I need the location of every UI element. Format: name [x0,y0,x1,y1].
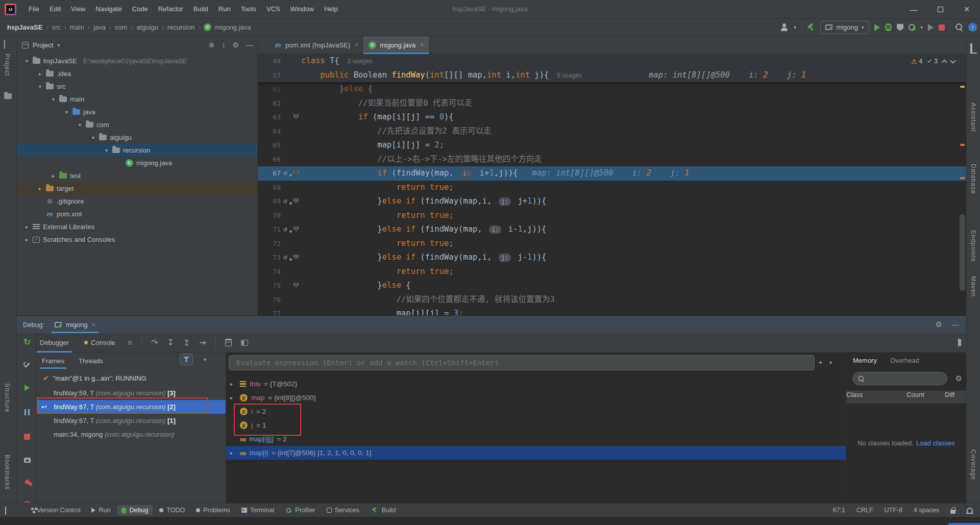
step-over-icon[interactable]: ↷ [151,338,158,347]
tree-chevron-icon[interactable]: ▾ [104,147,109,153]
tree-item-recursion[interactable]: ▾recursion [17,144,257,157]
variable-row-this[interactable]: ▸this = {T@502} [226,377,846,391]
stripe-warning-mark[interactable] [960,144,965,146]
tree-chevron-icon[interactable]: ▸ [37,71,43,77]
prev-issue-icon[interactable] [941,59,947,65]
code-line-71[interactable]: 71↺ }else if (findWay(map, i: i-1,j)){ [258,222,966,237]
tab-frames[interactable]: Frames [42,353,64,370]
run-to-cursor-icon[interactable]: ⇥ [199,338,206,347]
tree-item-atguigu[interactable]: ▾atguigu [17,131,257,144]
code-line-72[interactable]: 72 return true; [258,237,966,251]
status-item-todo[interactable]: TODO [155,505,189,515]
add-watch-icon[interactable]: + [818,358,823,366]
tree-chevron-icon[interactable]: ▸ [230,450,236,456]
tree-item--gitignore[interactable]: ⚙.gitignore [17,195,257,208]
code-line-73[interactable]: 73↺ }else if (findWay(map,i, j: j-1)){ [258,251,966,265]
menu-navigate[interactable]: Navigate [90,0,127,18]
chevron-down-icon[interactable]: ▾ [794,24,796,30]
memory-column-class[interactable]: Class [846,391,906,403]
breadcrumb-item[interactable]: recursion [167,23,194,31]
menu-build[interactable]: Build [188,0,213,18]
code-line-76[interactable]: 76 //如果四个位置都走不通, 就将该位置置为3 [258,293,966,307]
tool-tab-maven[interactable]: Maven [970,276,977,297]
menu-refactor[interactable]: Refactor [153,0,188,18]
resume-button[interactable] [22,383,32,392]
stripe-warning-mark[interactable] [960,177,965,179]
chevron-down-icon[interactable]: ▾ [829,360,832,365]
stop-button[interactable] [22,432,32,441]
code-line-70[interactable]: 70 return true; [258,209,966,223]
status-item-version-control[interactable]: Version Control [27,505,85,515]
notifications-bell-icon[interactable] [970,44,978,53]
breadcrumb-item[interactable]: com [115,23,128,31]
status-value[interactable]: CRLF [856,507,873,514]
tree-item-target[interactable]: ▸target [17,182,257,195]
code-line-67[interactable]: 67↺ if (findWay(map, i: i+1,j)){ map: in… [258,166,966,181]
tab-debugger[interactable]: Debugger [37,333,72,353]
menu-window[interactable]: Window [285,0,319,18]
pause-button[interactable] [22,408,32,417]
status-item-debug[interactable]: Debug [117,505,153,515]
menu-code[interactable]: Code [127,0,153,18]
menu-tools[interactable]: Tools [236,0,261,18]
lock-icon[interactable] [950,510,955,514]
tool-tab-endpoints[interactable]: Endpoints [970,230,977,262]
code-line-74[interactable]: 74 return true; [258,265,966,279]
line-number[interactable]: 61 [258,82,281,96]
thread-selector[interactable]: ✔ "main"@1 in g...ain": RUNNING [37,371,226,385]
breadcrumb-item[interactable]: atguigu [136,23,158,31]
menu-help[interactable]: Help [319,0,343,18]
status-item-run[interactable]: Run [87,505,115,515]
layout-list-icon[interactable]: ≡ [128,338,132,347]
close-icon[interactable]: × [92,321,96,329]
tool-tab-coverage[interactable]: Coverage [970,449,977,480]
breadcrumb-item[interactable]: main [70,23,84,31]
code-line-63[interactable]: 63 if (map[i][j] == 0){ [258,110,966,124]
status-value[interactable]: 4 spaces [914,507,939,514]
tree-item-scratches-and-consoles[interactable]: ▸>Scratches and Consoles [17,233,257,246]
line-number[interactable]: 67 [258,166,281,181]
fold-marker-icon[interactable] [293,227,299,231]
code-line-61[interactable]: 61 }else { [258,82,966,96]
gear-icon[interactable]: ⚙ [936,320,942,329]
evaluate-expression-input[interactable]: Evaluate expression (Enter) or add a wat… [229,355,815,370]
status-value[interactable]: UTF-8 [885,507,902,514]
debug-button[interactable] [885,23,892,31]
line-number[interactable]: 68 [258,181,281,195]
line-number[interactable]: 48 [258,54,281,68]
step-into-icon[interactable]: ↧ [167,338,174,347]
step-out-icon[interactable]: ↥ [183,338,190,347]
line-number[interactable]: 71 [258,222,281,237]
hide-panel-icon[interactable]: — [246,41,253,49]
line-number[interactable]: 70 [258,209,281,223]
line-number[interactable]: 73 [258,251,281,265]
chevron-down-icon[interactable]: ▾ [57,42,60,48]
recursive-call-icon[interactable]: ↺ [283,197,291,205]
variable-row-map-i-j-[interactable]: oomap[i][j] = 2 [226,432,846,446]
status-value[interactable]: 67:1 [833,507,845,514]
run-configuration-select[interactable]: migong ▾ [820,21,869,34]
memory-column-count[interactable]: Count [906,391,945,403]
tree-chevron-icon[interactable]: ▸ [230,381,236,387]
chevron-down-icon[interactable]: ▾ [204,357,206,362]
code-line-48[interactable]: 48class T{2 usages [258,54,966,68]
minimize-button[interactable]: — [900,0,927,18]
code-line-69[interactable]: 69↺ }else if (findWay(map,i, j: j+1)){ [258,194,966,209]
line-number[interactable]: 63 [258,110,281,124]
recursive-call-icon[interactable]: ↺ [283,225,291,233]
inspections-widget[interactable]: ⚠4 ✔3 [911,56,955,66]
next-issue-icon[interactable] [950,58,955,63]
tree-item-java[interactable]: ▾java [17,106,257,118]
project-panel-title[interactable]: Project [33,41,53,49]
tab-console[interactable]: Console [81,333,118,353]
evaluate-expression-icon[interactable] [225,339,232,346]
line-number[interactable]: 64 [258,124,281,139]
code-line-62[interactable]: 62 //如果当前位置是0 代表可以走 [258,96,966,111]
rerun-button[interactable]: ↻ [22,337,32,346]
tree-item-com[interactable]: ▾com [17,118,257,131]
close-icon[interactable]: × [355,41,358,48]
tree-chevron-icon[interactable]: ▾ [24,58,30,64]
variable-row-j[interactable]: pj = 1 [226,418,846,432]
gear-icon[interactable]: ⚙ [232,41,239,49]
user-icon[interactable] [780,23,789,32]
